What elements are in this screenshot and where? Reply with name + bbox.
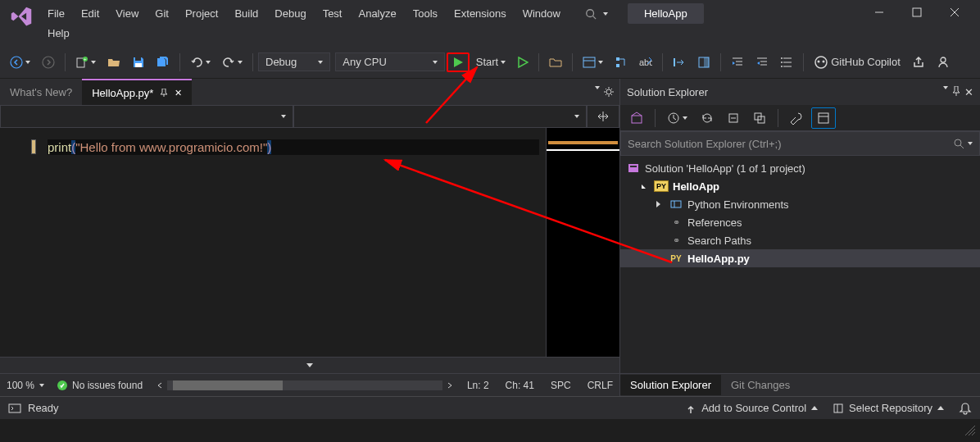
- nav-forward-button[interactable]: [37, 52, 60, 72]
- menu-build[interactable]: Build: [226, 4, 266, 23]
- output-icon[interactable]: [8, 402, 21, 415]
- svg-rect-11: [135, 57, 141, 61]
- copilot-button[interactable]: GitHub Copilot: [809, 52, 905, 73]
- new-item-button[interactable]: +: [70, 52, 101, 72]
- svg-rect-54: [9, 404, 20, 412]
- minimize-button[interactable]: [860, 0, 898, 25]
- solution-search[interactable]: Search Solution Explorer (Ctrl+;): [620, 131, 980, 156]
- menu-test[interactable]: Test: [315, 4, 351, 23]
- collapse-icon[interactable]: [306, 363, 313, 367]
- layout-icon[interactable]: [578, 52, 608, 72]
- home-view-icon[interactable]: [625, 108, 648, 128]
- scroll-left-icon[interactable]: [156, 381, 164, 390]
- close-button[interactable]: [936, 0, 973, 25]
- repo-selector[interactable]: Select Repository: [833, 402, 944, 414]
- show-all-icon[interactable]: [748, 108, 771, 128]
- indent-mode[interactable]: SPC: [551, 380, 571, 391]
- search-paths-node[interactable]: ⚭ Search Paths: [620, 231, 980, 249]
- start-label-button[interactable]: Start: [471, 52, 510, 71]
- redo-button[interactable]: [217, 52, 247, 72]
- bell-icon[interactable]: [959, 402, 972, 415]
- issues-status[interactable]: No issues found: [57, 380, 143, 391]
- menu-window[interactable]: Window: [515, 4, 569, 23]
- rename-icon[interactable]: abc: [634, 52, 657, 72]
- panel-dropdown-icon[interactable]: [943, 86, 948, 89]
- project-node[interactable]: PY HelloApp: [620, 177, 980, 195]
- svg-rect-20: [704, 57, 709, 67]
- svg-point-30: [781, 57, 783, 59]
- python-env-node[interactable]: Python Environments: [620, 195, 980, 213]
- tab-active-file[interactable]: HelloApp.py* ✕: [82, 79, 192, 105]
- source-control-button[interactable]: Add to Source Control: [685, 402, 818, 414]
- menu-project[interactable]: Project: [177, 4, 226, 23]
- undo-button[interactable]: [185, 52, 216, 72]
- menu-file[interactable]: File: [39, 4, 73, 23]
- preview-icon[interactable]: [811, 107, 836, 129]
- start-no-debug-button[interactable]: [512, 53, 533, 71]
- resize-grip-icon[interactable]: [965, 424, 975, 439]
- menu-extensions[interactable]: Extensions: [446, 4, 515, 23]
- maximize-button[interactable]: [898, 0, 936, 25]
- menu-view[interactable]: View: [107, 4, 147, 23]
- split-editor-button[interactable]: [587, 105, 619, 128]
- open-file-button[interactable]: [102, 52, 125, 72]
- start-debug-button[interactable]: [447, 52, 470, 72]
- menu-tools[interactable]: Tools: [405, 4, 446, 23]
- share-icon[interactable]: [907, 52, 930, 72]
- editor-statusbar: 100 % No issues found Ln: 2 Ch: 41 SPC C…: [0, 373, 619, 396]
- platform-dropdown[interactable]: Any CPU: [335, 52, 444, 71]
- col-indicator[interactable]: Ch: 41: [506, 380, 534, 391]
- file-node[interactable]: PY HelloApp.py: [620, 249, 980, 267]
- menu-analyze[interactable]: Analyze: [350, 4, 404, 23]
- config-dropdown[interactable]: Debug: [258, 52, 330, 71]
- save-all-button[interactable]: [152, 52, 175, 72]
- indent-in-icon[interactable]: [726, 52, 749, 72]
- close-panel-icon[interactable]: ✕: [964, 86, 973, 98]
- search-box[interactable]: [575, 5, 618, 23]
- folder-icon[interactable]: [544, 52, 567, 72]
- menu-help[interactable]: Help: [39, 24, 78, 43]
- nav-back-button[interactable]: [5, 52, 35, 72]
- tab-dropdown-icon[interactable]: [595, 86, 600, 89]
- svg-point-31: [781, 62, 783, 63]
- tab-whats-new[interactable]: What's New?: [0, 79, 82, 105]
- solution-explorer-tab[interactable]: Solution Explorer: [620, 375, 721, 395]
- scope-dropdown-right[interactable]: [293, 105, 587, 128]
- overview-ruler[interactable]: [546, 128, 619, 357]
- scope-dropdown-left[interactable]: [0, 105, 293, 128]
- app-title: HelloApp: [628, 3, 704, 24]
- pin-panel-icon[interactable]: [951, 86, 961, 96]
- user-icon[interactable]: [932, 52, 955, 72]
- code-editor[interactable]: print("Hello from www.programicio.com!"): [41, 128, 546, 357]
- git-changes-tab[interactable]: Git Changes: [721, 375, 800, 395]
- sync-icon[interactable]: [696, 108, 719, 128]
- scroll-right-icon[interactable]: [446, 381, 454, 390]
- indent-out-icon[interactable]: [751, 52, 774, 72]
- properties-icon[interactable]: [785, 108, 808, 128]
- editor-tabs: What's New? HelloApp.py* ✕: [0, 79, 619, 105]
- save-button[interactable]: [127, 52, 150, 72]
- menu-debug[interactable]: Debug: [266, 4, 314, 23]
- step-icon[interactable]: [610, 52, 633, 72]
- dock-icon[interactable]: [692, 52, 715, 72]
- menu-edit[interactable]: Edit: [73, 4, 107, 23]
- solution-explorer-title: Solution Explorer: [627, 86, 943, 98]
- line-indicator[interactable]: Ln: 2: [467, 380, 489, 391]
- pin-icon[interactable]: [160, 89, 168, 97]
- gear-icon[interactable]: [603, 86, 615, 98]
- horizontal-scrollbar[interactable]: [167, 380, 442, 390]
- collapse-all-icon[interactable]: [722, 108, 745, 128]
- history-icon[interactable]: [662, 108, 692, 128]
- zoom-level[interactable]: 100 %: [7, 380, 44, 391]
- tab-close-icon[interactable]: ✕: [175, 88, 182, 98]
- eol-mode[interactable]: CRLF: [588, 380, 613, 391]
- align-icon[interactable]: [668, 52, 691, 72]
- editor-gutter: [0, 128, 41, 357]
- references-node[interactable]: ⚭ References: [620, 213, 980, 231]
- menu-git[interactable]: Git: [147, 4, 177, 23]
- svg-rect-40: [632, 116, 642, 123]
- solution-tree: Solution 'HelloApp' (1 of 1 project) PY …: [620, 156, 980, 373]
- list-icon[interactable]: [775, 52, 798, 72]
- solution-root[interactable]: Solution 'HelloApp' (1 of 1 project): [620, 159, 980, 177]
- svg-point-33: [815, 57, 827, 68]
